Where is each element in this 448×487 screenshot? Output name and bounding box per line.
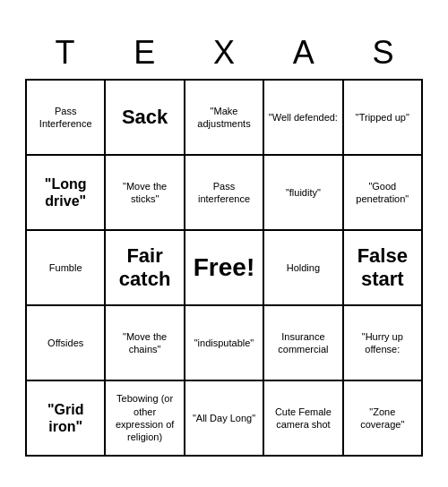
header-a: A xyxy=(263,30,343,75)
table-row: "All Day Long" xyxy=(185,381,264,457)
table-row: Free! xyxy=(185,231,264,306)
table-row: Offsides xyxy=(27,306,106,381)
table-row: Pass Interference xyxy=(27,81,106,156)
table-row: Sack xyxy=(106,81,185,156)
table-row: Pass interference xyxy=(185,156,264,231)
table-row: Tebowing (or other expression of religio… xyxy=(106,381,185,457)
table-row: "Move the chains" xyxy=(106,306,185,381)
table-row: Holding xyxy=(264,231,343,306)
table-row: Cute Female camera shot xyxy=(264,381,343,457)
header-s: S xyxy=(343,30,423,75)
table-row: "Long drive" xyxy=(27,156,106,231)
table-row: "Zone coverage" xyxy=(344,381,423,457)
bingo-header: T E X A S xyxy=(25,30,423,75)
header-x: X xyxy=(185,30,264,75)
header-e: E xyxy=(105,30,185,75)
table-row: Fumble xyxy=(27,231,106,306)
table-row: "Hurry up offense: xyxy=(344,306,423,381)
table-row: False start xyxy=(344,231,423,306)
bingo-grid: Pass InterferenceSack"Make adjustments"W… xyxy=(25,79,423,457)
header-t: T xyxy=(25,30,105,75)
bingo-card: T E X A S Pass InterferenceSack"Make adj… xyxy=(18,23,430,464)
table-row: "Well defended: xyxy=(264,81,343,156)
table-row: "fluidity" xyxy=(264,156,343,231)
table-row: "Make adjustments xyxy=(185,81,264,156)
table-row: "Grid iron" xyxy=(27,381,106,457)
table-row: "Tripped up" xyxy=(344,81,423,156)
table-row: "Move the sticks" xyxy=(106,156,185,231)
table-row: Fair catch xyxy=(106,231,185,306)
table-row: Insurance commercial xyxy=(264,306,343,381)
table-row: "Good penetration" xyxy=(344,156,423,231)
table-row: "indisputable" xyxy=(185,306,264,381)
